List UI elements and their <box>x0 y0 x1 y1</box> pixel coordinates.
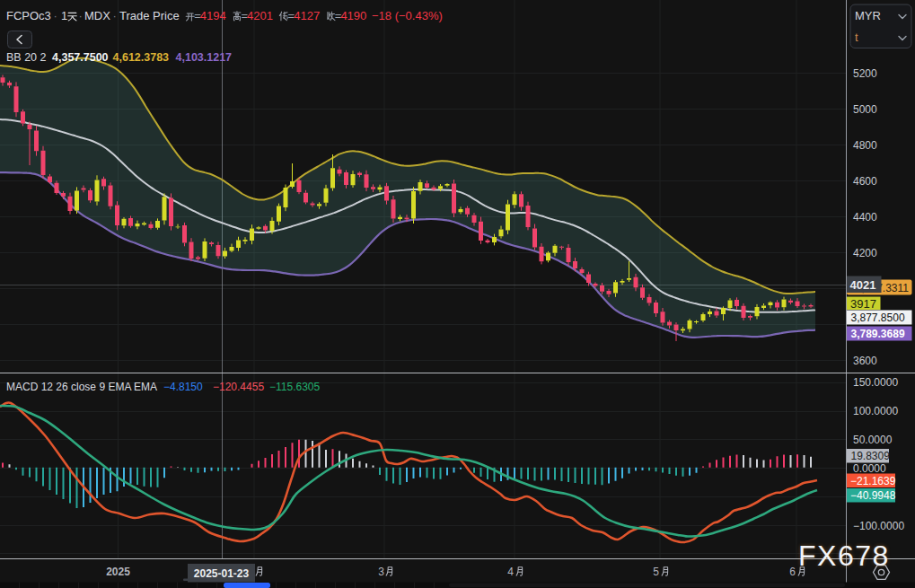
svg-text:4194: 4194 <box>200 9 226 22</box>
svg-text:5: 5 <box>653 566 659 578</box>
svg-text:6: 6 <box>789 566 796 578</box>
svg-text:·: · <box>54 9 57 22</box>
svg-text:−120.4455: −120.4455 <box>213 381 264 393</box>
svg-text:3,877.8500: 3,877.8500 <box>851 312 905 324</box>
svg-text:−4.8150: −4.8150 <box>163 381 203 393</box>
svg-text:MDX: MDX <box>84 9 110 22</box>
svg-text:4021: 4021 <box>850 278 876 292</box>
svg-text:100.0000: 100.0000 <box>853 405 898 417</box>
svg-text:MYR: MYR <box>855 9 881 22</box>
svg-text:1: 1 <box>61 9 67 22</box>
svg-text:5200: 5200 <box>853 67 877 80</box>
svg-text:Trade Price: Trade Price <box>119 9 180 22</box>
svg-text:0.0000: 0.0000 <box>853 462 886 475</box>
svg-text:5000: 5000 <box>853 103 877 116</box>
svg-text:4: 4 <box>507 566 514 578</box>
svg-text:3917: 3917 <box>850 297 876 311</box>
svg-text:2025-01-23: 2025-01-23 <box>194 567 250 580</box>
svg-text:2025: 2025 <box>106 566 130 578</box>
svg-text:·: · <box>113 9 117 22</box>
svg-text:50.0000: 50.0000 <box>853 434 893 446</box>
svg-text:BB 20 2: BB 20 2 <box>6 51 47 64</box>
svg-text:4800: 4800 <box>853 139 877 152</box>
svg-text:4,103.1217: 4,103.1217 <box>176 51 233 64</box>
svg-text:t: t <box>855 31 858 44</box>
svg-text:4127: 4127 <box>294 9 320 22</box>
svg-text:4201: 4201 <box>247 9 273 22</box>
svg-text:3: 3 <box>378 566 384 578</box>
svg-text:−18 (−0.43%): −18 (−0.43%) <box>372 9 443 22</box>
svg-text:3600: 3600 <box>853 355 877 367</box>
svg-text:FCPOc3: FCPOc3 <box>6 9 51 22</box>
svg-text:150.0000: 150.0000 <box>853 376 898 389</box>
svg-text:4,612.3783: 4,612.3783 <box>113 51 170 64</box>
svg-text:·: · <box>79 9 83 22</box>
svg-text:4200: 4200 <box>853 247 877 259</box>
svg-text:−21.1639: −21.1639 <box>850 475 896 487</box>
svg-text:−115.6305: −115.6305 <box>269 381 320 393</box>
svg-text:4600: 4600 <box>853 175 877 188</box>
svg-text:−100.0000: −100.0000 <box>853 520 904 532</box>
svg-text:3,789.3689: 3,789.3689 <box>851 328 905 340</box>
svg-text:4400: 4400 <box>853 211 877 224</box>
svg-text:4190: 4190 <box>340 9 366 22</box>
svg-text:19.8309: 19.8309 <box>851 450 891 462</box>
svg-text:FX678: FX678 <box>798 540 890 572</box>
svg-text:4,357.7500: 4,357.7500 <box>52 51 109 64</box>
svg-text:MACD 12 26 close 9 EMA EMA: MACD 12 26 close 9 EMA EMA <box>6 381 157 393</box>
svg-text:−40.9948: −40.9948 <box>850 489 896 502</box>
